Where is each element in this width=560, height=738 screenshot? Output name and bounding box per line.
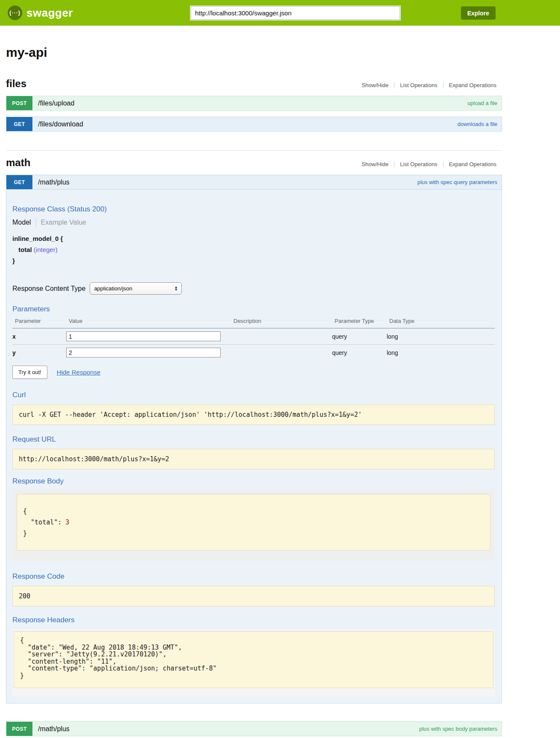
operation-detail-panel: Response Class (Status 200) Model Exampl… [6, 190, 502, 703]
operation-summary-link[interactable]: downloads a file [458, 121, 497, 127]
col-parameter-type: Parameter Type [335, 318, 389, 324]
math-section-controls: Show/Hide List Operations Expand Operati… [356, 161, 502, 169]
tab-example-value[interactable]: Example Value [41, 219, 86, 226]
col-description: Description [233, 318, 335, 324]
response-content-type-label: Response Content Type [12, 285, 85, 293]
response-body-heading: Response Body [12, 477, 495, 486]
files-section-title: files [6, 78, 26, 90]
http-method-badge: GET [6, 175, 32, 189]
curl-command: curl -X GET --header 'Accept: applicatio… [12, 404, 495, 425]
content: my-api files Show/Hide List Operations E… [6, 45, 502, 738]
parameter-data-type: long [387, 333, 495, 340]
operation-path-link[interactable]: /files/upload [38, 100, 74, 107]
operation-summary-link[interactable]: upload a file [467, 100, 497, 106]
section-divider [6, 150, 502, 151]
model-property-name: total [18, 246, 32, 253]
operation-row-post-files-upload[interactable]: POST /files/upload upload a file [6, 96, 502, 111]
parameter-row-x: x query long [12, 328, 495, 345]
operation-row-get-math-plus[interactable]: GET /math/plus plus with spec query para… [6, 175, 502, 190]
parameter-name: x [12, 333, 66, 340]
parameter-type: query [332, 349, 387, 356]
response-content-type-row: Response Content Type application/json ▲… [12, 282, 495, 295]
col-parameter: Parameter [15, 318, 69, 324]
operation-path-link[interactable]: /math/plus [38, 725, 70, 733]
col-data-type: Data Type [389, 318, 495, 324]
operation-summary-link[interactable]: plus with spec body parameters [419, 726, 497, 732]
parameters-table: Parameter Value Description Parameter Ty… [12, 318, 495, 360]
operation-get-math-plus: GET /math/plus plus with spec query para… [6, 175, 502, 703]
response-code-heading: Response Code [12, 572, 495, 581]
spec-url-input[interactable] [191, 6, 400, 20]
parameters-table-header: Parameter Value Description Parameter Ty… [12, 318, 495, 328]
operation-summary-link[interactable]: plus with spec query parameters [417, 179, 497, 185]
list-operations-link[interactable]: List Operations [394, 82, 443, 88]
show-hide-link[interactable]: Show/Hide [356, 161, 394, 167]
operation-path-link[interactable]: /files/download [38, 120, 83, 128]
operation-path-link[interactable]: /math/plus [38, 179, 70, 186]
parameter-data-type: long [387, 349, 495, 356]
model-name: inline_model_0 { [12, 235, 495, 242]
request-url-heading: Request URL [12, 435, 495, 444]
math-section-title: math [6, 157, 30, 169]
try-it-out-row: Try it out! Hide Response [12, 366, 495, 379]
select-arrows-icon: ▲▼ [174, 286, 178, 291]
response-class-heading: Response Class (Status 200) [12, 205, 495, 214]
swagger-logo: {···} swagger [8, 6, 73, 20]
math-section-header: math Show/Hide List Operations Expand Op… [6, 157, 502, 169]
response-headers-heading: Response Headers [12, 616, 495, 624]
swagger-logo-icon: {···} [8, 6, 22, 20]
request-url-value: http://localhost:3000/math/plus?x=1&y=2 [12, 449, 495, 469]
http-method-badge: GET [6, 117, 32, 131]
files-section-header: files Show/Hide List Operations Expand O… [6, 78, 502, 90]
api-title: my-api [6, 45, 502, 60]
list-operations-link[interactable]: List Operations [394, 161, 443, 167]
model-property-type: (integer) [34, 246, 58, 253]
curl-heading: Curl [12, 391, 495, 399]
model-close-brace: } [12, 257, 495, 264]
response-body-json: { "total": 3 } [17, 494, 490, 551]
parameter-x-value-input[interactable] [66, 331, 221, 341]
divider [36, 218, 36, 227]
model-property: total (integer) [18, 246, 495, 253]
parameter-name: y [12, 349, 66, 356]
parameter-y-value-input[interactable] [66, 348, 221, 357]
http-method-badge: POST [6, 722, 32, 736]
response-headers-container: { "date": "Wed, 22 Aug 2018 18:49:13 GMT… [12, 630, 495, 696]
swagger-logo-text: swagger [26, 6, 73, 20]
http-method-badge: POST [6, 96, 32, 110]
model-tabs: Model Example Value [12, 218, 495, 227]
hide-response-link[interactable]: Hide Response [57, 369, 101, 376]
try-it-out-button[interactable]: Try it out! [12, 366, 47, 379]
response-code-value: 200 [12, 586, 495, 606]
show-hide-link[interactable]: Show/Hide [356, 82, 394, 88]
files-section-controls: Show/Hide List Operations Expand Operati… [356, 82, 502, 90]
selected-option: application/json [94, 285, 132, 292]
response-body-container: { "total": 3 } [12, 490, 495, 561]
parameter-row-y: y query long [12, 345, 495, 360]
col-value: Value [69, 318, 233, 324]
parameters-heading: Parameters [12, 305, 495, 313]
expand-operations-link[interactable]: Expand Operations [443, 161, 502, 167]
top-bar: {···} swagger Explore [0, 0, 560, 26]
response-content-type-select[interactable]: application/json ▲▼ [90, 282, 182, 295]
operation-row-post-math-plus[interactable]: POST /math/plus plus with spec body para… [6, 721, 502, 736]
model-signature: inline_model_0 { total (integer) } [12, 235, 495, 264]
explore-button[interactable]: Explore [461, 6, 496, 20]
parameter-type: query [332, 333, 387, 340]
expand-operations-link[interactable]: Expand Operations [443, 82, 502, 88]
tab-model[interactable]: Model [12, 219, 31, 226]
response-headers-json: { "date": "Wed, 22 Aug 2018 18:49:13 GMT… [14, 631, 493, 688]
operation-row-get-files-download[interactable]: GET /files/download downloads a file [6, 117, 502, 132]
